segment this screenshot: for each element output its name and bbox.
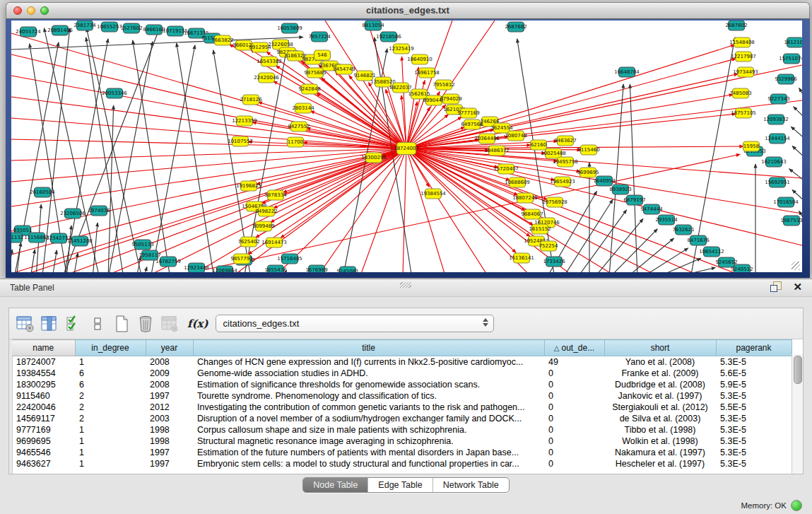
table-cell[interactable]: 9699695 — [12, 436, 75, 447]
graph-node[interactable]: 2687682 — [505, 22, 526, 32]
graph-node[interactable]: 12444154 — [765, 134, 790, 144]
graph-node[interactable]: 19384554 — [420, 189, 446, 199]
graph-node[interactable]: 18640910 — [407, 54, 433, 64]
graph-node[interactable]: 9684067 — [521, 209, 543, 219]
table-row[interactable]: 2242004622012Investigating the contribut… — [12, 402, 792, 413]
graph-node[interactable]: 15958 — [743, 141, 760, 151]
canvas-resize-grip[interactable] — [792, 262, 800, 270]
graph-node[interactable]: 7625402 — [237, 237, 259, 247]
memory-status-icon[interactable] — [791, 500, 802, 511]
graph-node[interactable]: 8466160 — [143, 25, 165, 35]
table-cell[interactable]: 5.5E-5 — [716, 402, 792, 413]
table-cell[interactable]: Yano et al. (2008) — [604, 356, 716, 368]
table-cell[interactable]: 5.9E-5 — [716, 379, 792, 390]
graph-node[interactable]: 20364486 — [474, 134, 500, 144]
tab-network-table[interactable]: Network Table — [433, 478, 509, 492]
graph-node[interactable]: 10688609 — [505, 177, 530, 187]
table-cell[interactable]: Changes of HCN gene expression and I(f) … — [193, 356, 544, 368]
table-cell[interactable]: 18724007 — [12, 356, 75, 368]
table-cell[interactable]: 5.3E-5 — [716, 447, 792, 458]
show-column-button[interactable] — [39, 313, 60, 334]
graph-node[interactable]: 12213359 — [232, 116, 257, 126]
graph-node[interactable]: 9875685 — [304, 68, 326, 78]
tab-node-table[interactable]: Node Table — [303, 478, 368, 492]
graph-node[interactable]: 10655257 — [97, 22, 122, 32]
table-cell[interactable]: 9465546 — [12, 447, 75, 458]
table-row[interactable]: 946362711997Embryonic stem cells: a mode… — [12, 458, 792, 469]
graph-node[interactable]: 8427552 — [288, 122, 310, 132]
table-cell[interactable]: 0 — [544, 368, 604, 379]
table-row[interactable]: 1872400712008Changes of HCN gene express… — [12, 356, 792, 368]
close-window-button[interactable] — [13, 6, 22, 15]
graph-node[interactable]: 7955812 — [433, 80, 454, 90]
table-cell[interactable]: 2 — [75, 413, 146, 424]
graph-node[interactable]: 19218586 — [376, 32, 401, 42]
graph-node[interactable]: 9115460 — [577, 145, 599, 155]
table-cell[interactable]: Genome-wide association studies in ADHD. — [193, 368, 544, 379]
table-cell[interactable]: 2 — [75, 402, 146, 413]
minimize-window-button[interactable] — [27, 6, 35, 15]
new-table-button[interactable] — [111, 313, 132, 334]
graph-node[interactable]: 18757105 — [731, 108, 756, 118]
table-cell[interactable]: 0 — [544, 379, 604, 390]
graph-node[interactable]: 20053346 — [102, 88, 127, 98]
graph-node[interactable]: 15716485 — [277, 254, 302, 264]
graph-node[interactable]: 9699695 — [577, 168, 599, 177]
table-cell[interactable]: 1997 — [146, 390, 193, 402]
graph-node[interactable]: 9777169 — [457, 108, 479, 118]
table-cell[interactable]: 2 — [75, 390, 146, 402]
graph-node[interactable]: 16210643 — [761, 157, 787, 167]
graph-node[interactable]: 19196825 — [236, 181, 261, 191]
delete-trash-button[interactable] — [135, 313, 156, 334]
table-cell[interactable]: Nakamura et al. (1997) — [604, 447, 716, 458]
graph-node[interactable]: 1855436 — [264, 265, 287, 272]
table-cell[interactable]: 9115460 — [12, 390, 75, 402]
graph-node[interactable]: 18486372 — [484, 146, 510, 156]
graph-node[interactable]: 7632621 — [672, 225, 694, 235]
graph-node[interactable]: 1527602 — [120, 23, 142, 33]
split-pane-grip[interactable] — [400, 282, 411, 288]
graph-node[interactable]: 9463627 — [554, 136, 576, 146]
table-cell[interactable]: Corpus callosum shape and size in male p… — [193, 424, 544, 436]
graph-node[interactable]: 6794028 — [440, 94, 461, 104]
float-panel-icon[interactable] — [770, 281, 782, 292]
graph-node[interactable]: 16543382 — [257, 57, 282, 66]
graph-node[interactable]: 11700 — [288, 137, 304, 147]
table-cell[interactable]: Dudbridge et al. (2008) — [604, 379, 716, 390]
table-cell[interactable]: Hescheler et al. (1997) — [604, 458, 716, 469]
graph-hub-node[interactable]: 18724007 — [394, 143, 419, 155]
table-row[interactable]: 911546021997Tourette syndrome. Phenomeno… — [12, 390, 792, 402]
table-cell[interactable]: 1998 — [146, 436, 193, 447]
tab-edge-table[interactable]: Edge Table — [368, 478, 433, 492]
graph-node[interactable]: 12325419 — [389, 44, 414, 54]
delete-table-button-disabled[interactable] — [159, 313, 180, 334]
function-builder-button[interactable]: f(x) — [187, 317, 208, 330]
row-height-button[interactable] — [87, 313, 108, 334]
table-cell[interactable]: 5.3E-5 — [716, 424, 792, 436]
graph-node[interactable]: 2687602 — [725, 21, 747, 30]
graph-node[interactable]: 9498222 — [255, 206, 277, 216]
table-cell[interactable]: 0 — [544, 402, 604, 413]
graph-node[interactable]: 9227343 — [767, 94, 789, 104]
zoom-window-button[interactable] — [40, 6, 49, 15]
table-cell[interactable]: de Silva et al. (2003) — [604, 413, 716, 424]
network-canvas[interactable]: 2405572420891406238173410655257152760284… — [11, 21, 802, 272]
table-cell[interactable]: Estimation of the future numbers of pati… — [193, 447, 544, 458]
column-header-out-de-[interactable]: △out_de... — [544, 340, 604, 356]
table-cell[interactable]: 1 — [75, 436, 146, 447]
graph-node[interactable]: 15136141 — [509, 253, 534, 263]
table-cell[interactable]: Embryonic stem cells: a model to study s… — [193, 458, 544, 469]
graph-node[interactable]: 752254 — [539, 241, 558, 251]
graph-node[interactable]: 19734493 — [733, 67, 758, 77]
table-select-dropdown[interactable]: citations_edges.txt — [216, 315, 494, 332]
graph-node[interactable]: 1080748 — [505, 131, 526, 141]
graph-node[interactable]: 15720407 — [493, 164, 519, 174]
table-cell[interactable]: 5.3E-5 — [716, 436, 792, 447]
graph-node[interactable]: 1676989 — [305, 265, 327, 272]
table-cell[interactable]: 2009 — [146, 368, 193, 379]
column-header-short[interactable]: short — [604, 340, 716, 356]
graph-node[interactable]: 1615152 — [529, 224, 551, 234]
table-cell[interactable]: 2008 — [146, 379, 193, 390]
close-panel-icon[interactable]: ✕ — [793, 281, 802, 292]
graph-node[interactable]: 1974036 — [88, 206, 110, 216]
